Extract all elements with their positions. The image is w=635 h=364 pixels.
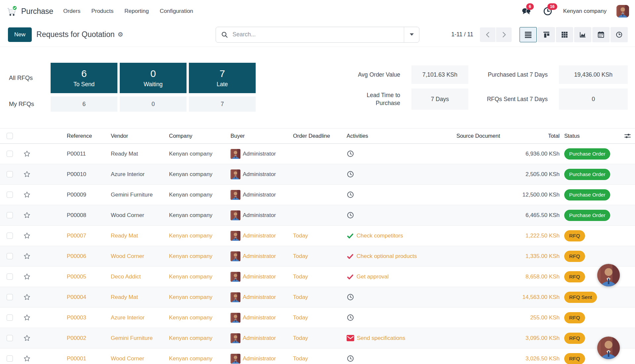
- pager-next-button[interactable]: [496, 27, 512, 42]
- avg-order-value[interactable]: 7,101.63 KSh: [411, 65, 468, 84]
- select-all-checkbox[interactable]: [7, 133, 13, 139]
- company-selector[interactable]: Kenyan company: [563, 8, 607, 15]
- menu-products[interactable]: Products: [91, 8, 113, 15]
- pager-previous-button[interactable]: [480, 27, 495, 42]
- activity-summary[interactable]: Check optional products: [357, 253, 417, 260]
- table-row[interactable]: P00009 Gemini Furniture Kenyan company A…: [0, 185, 635, 205]
- my-to-send[interactable]: 6: [51, 96, 117, 112]
- row-checkbox[interactable]: [7, 151, 13, 157]
- activity-icon[interactable]: [347, 170, 354, 178]
- favorite-star-icon[interactable]: [23, 150, 31, 158]
- column-activities[interactable]: Activities: [345, 128, 441, 143]
- menu-configuration[interactable]: Configuration: [160, 8, 193, 15]
- row-checkbox[interactable]: [7, 253, 13, 259]
- activities-button[interactable]: 16: [542, 6, 553, 17]
- table-row[interactable]: P00006 Wood Corner Kenyan company Admini…: [0, 246, 635, 267]
- row-checkbox[interactable]: [7, 294, 13, 300]
- favorite-star-icon[interactable]: [23, 252, 31, 260]
- view-activity-button[interactable]: [611, 27, 628, 42]
- buyer-avatar: [231, 333, 240, 343]
- activity-icon[interactable]: [347, 232, 354, 239]
- row-checkbox[interactable]: [7, 192, 13, 198]
- view-calendar-button[interactable]: [592, 27, 610, 42]
- pager-range[interactable]: 1-11 / 11: [451, 31, 473, 38]
- activity-summary[interactable]: Check competitors: [357, 233, 403, 239]
- order-deadline-cell: [291, 164, 345, 184]
- kpi-waiting[interactable]: 0 Waiting: [120, 63, 187, 93]
- favorite-star-icon[interactable]: [23, 170, 31, 178]
- column-vendor[interactable]: Vendor: [111, 128, 169, 143]
- kpi-to-send[interactable]: 6 To Send: [51, 63, 117, 93]
- table-row[interactable]: P00003 Azure Interior Kenyan company Adm…: [0, 308, 635, 328]
- activity-icon[interactable]: [347, 191, 354, 199]
- floating-avatar[interactable]: [597, 264, 620, 286]
- menu-orders[interactable]: Orders: [63, 8, 80, 15]
- column-status[interactable]: Status: [560, 128, 624, 143]
- my-late[interactable]: 7: [189, 96, 256, 112]
- table-row[interactable]: P00001 Wood Corner Kenyan company Admini…: [0, 348, 635, 364]
- activity-icon[interactable]: [347, 355, 354, 362]
- row-checkbox[interactable]: [7, 314, 13, 321]
- favorite-star-icon[interactable]: [23, 293, 31, 301]
- favorite-star-icon[interactable]: [23, 191, 31, 199]
- user-avatar[interactable]: [616, 5, 629, 18]
- table-row[interactable]: P00002 Gemini Furniture Kenyan company A…: [0, 328, 635, 348]
- column-order-deadline[interactable]: Order Deadline: [291, 128, 345, 143]
- activity-icon[interactable]: [347, 211, 354, 219]
- activity-icon[interactable]: [347, 273, 354, 280]
- activity-icon[interactable]: [347, 253, 354, 260]
- column-reference[interactable]: Reference: [43, 128, 111, 143]
- activity-icon[interactable]: [347, 293, 354, 301]
- view-pivot-button[interactable]: [556, 27, 573, 42]
- favorite-star-icon[interactable]: [23, 232, 31, 239]
- activity-clock-icon: [347, 211, 354, 219]
- row-checkbox[interactable]: [7, 273, 13, 280]
- order-deadline-cell: [291, 205, 345, 225]
- row-checkbox[interactable]: [7, 212, 13, 218]
- favorite-star-icon[interactable]: [23, 334, 31, 342]
- floating-avatar[interactable]: [597, 337, 620, 359]
- purchased-last7-value[interactable]: 19,436.00 KSh: [559, 65, 628, 84]
- app-switcher[interactable]: Purchase: [5, 5, 53, 18]
- view-graph-button[interactable]: [574, 27, 591, 42]
- activity-icon[interactable]: [347, 314, 354, 321]
- table-row[interactable]: P00008 Wood Corner Kenyan company Admini…: [0, 205, 635, 226]
- reference-cell: P00003: [43, 308, 111, 328]
- column-source-document[interactable]: Source Document: [441, 128, 500, 143]
- view-kanban-button[interactable]: [538, 27, 555, 42]
- favorite-star-icon[interactable]: [23, 211, 31, 219]
- order-deadline-cell: Today: [291, 287, 345, 307]
- table-row[interactable]: P00005 Deco Addict Kenyan company Admini…: [0, 267, 635, 287]
- activity-icon[interactable]: [347, 150, 354, 158]
- row-checkbox[interactable]: [7, 171, 13, 177]
- activity-summary[interactable]: Get approval: [357, 273, 389, 280]
- view-list-button[interactable]: [520, 27, 537, 42]
- activity-summary[interactable]: Send specifications: [357, 335, 405, 342]
- favorite-star-icon[interactable]: [23, 314, 31, 321]
- optional-columns-button[interactable]: [624, 128, 635, 143]
- table-row[interactable]: P00010 Azure Interior Kenyan company Adm…: [0, 164, 635, 185]
- lead-time-value[interactable]: 7 Days: [411, 89, 468, 110]
- column-total[interactable]: Total: [500, 128, 560, 143]
- row-checkbox[interactable]: [7, 233, 13, 239]
- table-row[interactable]: P00004 Ready Mat Kenyan company Administ…: [0, 287, 635, 308]
- kpi-late[interactable]: 7 Late: [189, 63, 256, 93]
- table-row[interactable]: P00011 Ready Mat Kenyan company Administ…: [0, 144, 635, 164]
- favorite-star-icon[interactable]: [23, 355, 31, 362]
- menu-reporting[interactable]: Reporting: [124, 8, 149, 15]
- messages-button[interactable]: 6: [521, 6, 532, 17]
- rfqs-sent-last7-value[interactable]: 0: [559, 89, 628, 110]
- search-dropdown-toggle[interactable]: [404, 27, 419, 42]
- column-buyer[interactable]: Buyer: [231, 128, 291, 143]
- view-settings-gear-icon[interactable]: ⚙: [118, 31, 123, 38]
- table-row[interactable]: P00007 Ready Mat Kenyan company Administ…: [0, 226, 635, 246]
- favorite-star-icon[interactable]: [23, 273, 31, 280]
- new-button[interactable]: New: [8, 27, 32, 42]
- search-input[interactable]: [232, 31, 404, 38]
- row-checkbox[interactable]: [7, 355, 13, 362]
- reference-cell: P00005: [43, 267, 111, 287]
- activity-icon[interactable]: [347, 335, 354, 341]
- column-company[interactable]: Company: [169, 128, 231, 143]
- row-checkbox[interactable]: [7, 335, 13, 341]
- my-waiting[interactable]: 0: [120, 96, 187, 112]
